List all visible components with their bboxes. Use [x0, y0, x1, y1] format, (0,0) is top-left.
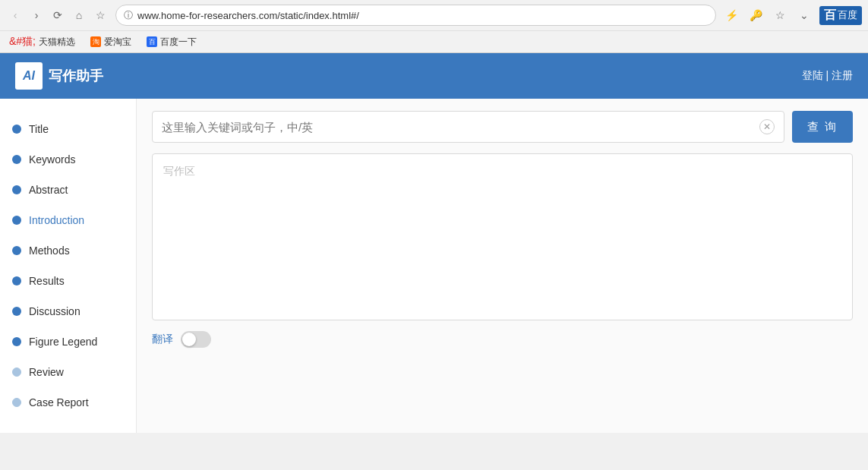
content-area: ✕ 查 询 写作区 翻译 [137, 99, 868, 433]
main-layout: Title Keywords Abstract Introduction Met… [0, 99, 868, 433]
key-button[interactable]: 🔑 [746, 6, 765, 24]
sidebar-dot-introduction [12, 216, 21, 225]
sidebar-dot-review [12, 367, 21, 377]
forward-button[interactable]: › [27, 6, 46, 24]
browser-actions: ⚡ 🔑 ☆ ⌄ 百 百度 [722, 6, 862, 25]
star2-button[interactable]: ☆ [771, 6, 789, 24]
address-url: www.home-for-researchers.com/static/inde… [137, 10, 708, 21]
sidebar-item-results[interactable]: Results [0, 266, 136, 296]
sidebar-item-case-report[interactable]: Case Report [0, 387, 136, 418]
sidebar-item-review[interactable]: Review [0, 357, 136, 387]
address-bar[interactable]: ⓘ www.home-for-researchers.com/static/in… [115, 5, 716, 26]
sidebar-item-introduction[interactable]: Introduction [0, 205, 136, 235]
taobao-label: 爱淘宝 [104, 36, 131, 49]
bookmarks-bar: &#猫; 天猫精选 淘 爱淘宝 百 百度一下 [0, 30, 868, 52]
baidu-button[interactable]: 百 百度 [819, 6, 862, 25]
writing-area-placeholder: 写作区 [163, 165, 195, 177]
sidebar-label-results: Results [29, 275, 65, 287]
translation-toggle: 翻译 [152, 331, 853, 348]
translation-toggle-switch[interactable] [181, 331, 211, 348]
chevron-button[interactable]: ⌄ [795, 6, 813, 24]
sidebar-item-methods[interactable]: Methods [0, 235, 136, 266]
back-button[interactable]: ‹ [6, 6, 24, 24]
lightning-button[interactable]: ⚡ [722, 6, 740, 24]
baiduyi-icon: 百 [147, 36, 157, 47]
writing-area[interactable]: 写作区 [152, 153, 853, 320]
refresh-button[interactable]: ⟳ [49, 6, 67, 24]
header-auth: 登陆 | 注册 [802, 69, 853, 83]
sidebar-dot-title [12, 125, 21, 134]
sidebar-dot-case-report [12, 398, 21, 407]
sidebar-label-introduction: Introduction [29, 214, 84, 226]
sidebar-label-figure-legend: Figure Legend [29, 336, 97, 348]
baidu-label: 百度 [838, 8, 857, 22]
taobao-icon: 淘 [90, 36, 101, 47]
lock-icon: ⓘ [124, 9, 133, 22]
search-bar-container: ✕ 查 询 [152, 111, 853, 143]
sidebar-item-discussion[interactable]: Discussion [0, 296, 136, 326]
bookmark-taobao[interactable]: 淘 爱淘宝 [87, 34, 134, 50]
search-input[interactable] [162, 121, 759, 134]
sidebar-dot-methods [12, 246, 21, 255]
sidebar-label-title: Title [29, 123, 49, 135]
baidu-icon: 百 [824, 8, 836, 24]
sidebar-label-discussion: Discussion [29, 305, 80, 317]
auth-text[interactable]: 登陆 | 注册 [802, 69, 853, 81]
search-button[interactable]: 查 询 [792, 111, 853, 143]
baiduyi-label: 百度一下 [160, 36, 197, 49]
app-logo: AI 写作助手 [15, 62, 103, 90]
tianmao-icon: &#猫; [9, 35, 36, 49]
star-button[interactable]: ☆ [91, 6, 109, 24]
sidebar-label-methods: Methods [29, 244, 70, 257]
app-title: 写作助手 [49, 67, 103, 85]
sidebar-item-title[interactable]: Title [0, 114, 136, 144]
bookmark-tianmao[interactable]: &#猫; 天猫精选 [6, 33, 78, 50]
bookmark-baidu[interactable]: 百 百度一下 [144, 34, 200, 50]
app-header: AI 写作助手 登陆 | 注册 [0, 53, 868, 99]
sidebar-dot-keywords [12, 155, 21, 164]
search-input-wrapper[interactable]: ✕ [152, 111, 784, 143]
sidebar: Title Keywords Abstract Introduction Met… [0, 99, 137, 433]
logo-icon: AI [15, 62, 43, 90]
sidebar-item-keywords[interactable]: Keywords [0, 144, 136, 175]
search-clear-button[interactable]: ✕ [759, 119, 775, 134]
sidebar-dot-abstract [12, 185, 21, 194]
home-button[interactable]: ⌂ [70, 6, 88, 24]
tianmao-label: 天猫精选 [39, 36, 75, 49]
toggle-handle [182, 333, 196, 346]
sidebar-dot-results [12, 276, 21, 285]
sidebar-dot-discussion [12, 307, 21, 316]
sidebar-label-review: Review [29, 366, 64, 378]
sidebar-label-case-report: Case Report [29, 396, 89, 408]
sidebar-label-abstract: Abstract [29, 184, 68, 196]
translation-label: 翻译 [152, 333, 173, 346]
app-container: AI 写作助手 登陆 | 注册 Title Keywords Abstract [0, 53, 868, 433]
sidebar-label-keywords: Keywords [29, 153, 75, 166]
nav-buttons: ‹ › ⟳ ⌂ ☆ [6, 6, 109, 24]
sidebar-item-abstract[interactable]: Abstract [0, 175, 136, 205]
sidebar-dot-figure-legend [12, 337, 21, 346]
browser-chrome: ‹ › ⟳ ⌂ ☆ ⓘ www.home-for-researchers.com… [0, 0, 868, 53]
browser-toolbar: ‹ › ⟳ ⌂ ☆ ⓘ www.home-for-researchers.com… [0, 0, 868, 30]
sidebar-item-figure-legend[interactable]: Figure Legend [0, 326, 136, 357]
